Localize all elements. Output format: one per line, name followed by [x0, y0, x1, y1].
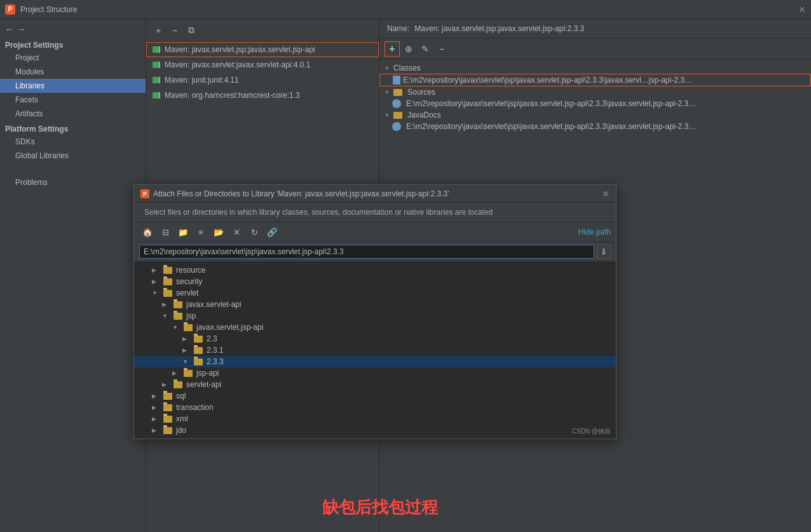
dtree-transaction-label: transaction: [176, 403, 214, 412]
classes-chevron: ▼: [385, 65, 391, 71]
dtree-sql[interactable]: ▶ sql: [134, 390, 616, 402]
dtree-javax-servlet-jsp-api-chevron: ▼: [172, 324, 180, 331]
sidebar-item-problems[interactable]: Problems: [0, 175, 146, 189]
library-item-3[interactable]: Maven: org.hamcrest:hamcrest-core:1.3: [146, 88, 379, 103]
path-input-field[interactable]: [139, 245, 594, 259]
sidebar-item-facets[interactable]: Facets: [0, 93, 146, 107]
dialog-app-icon: P: [140, 189, 149, 198]
library-icon-2: [152, 76, 161, 85]
tree-javadocs-folder-icon: [393, 112, 402, 119]
project-settings-header: Project Settings: [0, 37, 146, 51]
dtree-2-3-3[interactable]: ▼ 2.3.3: [134, 356, 616, 367]
dtree-servlet-api-chevron: ▶: [162, 381, 170, 388]
dtree-resource[interactable]: ▶ resource: [134, 264, 616, 276]
window-close-button[interactable]: ✕: [798, 4, 806, 15]
dlg-link-button[interactable]: 🔗: [264, 225, 280, 239]
add-library-button[interactable]: +: [151, 24, 165, 38]
dtree-2-3-1[interactable]: ▶ 2.3.1: [134, 344, 616, 356]
dtree-servlet-api-label: servlet-api: [186, 380, 221, 389]
sidebar-item-global-libraries[interactable]: Global Libraries: [0, 149, 146, 163]
name-label: Name:: [387, 24, 409, 33]
library-name-3: Maven: org.hamcrest:hamcrest-core:1.3: [165, 91, 300, 100]
dtree-servlet[interactable]: ▼ servlet: [134, 287, 616, 299]
dialog-close-button[interactable]: ✕: [602, 189, 610, 199]
dtree-resource-icon: [163, 267, 172, 274]
sources-path-value: E:\m2\repository\javax\servlet\jsp\javax…: [406, 99, 696, 108]
right-toolbar: + ⊕ ✎ −: [379, 39, 811, 60]
dtree-2-3-3-icon: [194, 358, 203, 365]
sidebar-item-artifacts[interactable]: Artifacts: [0, 107, 146, 121]
tree-sources-path[interactable]: E:\m2\repository\javax\servlet\jsp\javax…: [379, 98, 811, 109]
dtree-2-3-1-chevron: ▶: [182, 347, 190, 353]
dtree-2-3-1-icon: [194, 347, 203, 354]
copy-library-button[interactable]: ⧉: [184, 24, 198, 38]
tree-classes-header: ▼ Classes: [379, 62, 811, 74]
right-edit-button[interactable]: ✎: [418, 41, 433, 57]
library-item-2[interactable]: Maven: junit:junit:4.11: [146, 72, 379, 88]
tree-sources-header: ▼ Sources: [379, 86, 811, 98]
right-add-type-button[interactable]: ⊕: [401, 41, 416, 57]
sidebar-item-modules[interactable]: Modules: [0, 65, 146, 79]
back-arrow[interactable]: ←: [5, 24, 14, 34]
right-add-button[interactable]: +: [385, 41, 400, 57]
dtree-jsp[interactable]: ▼ jsp: [134, 310, 616, 322]
library-icon-0: [152, 45, 161, 54]
dtree-2-3-3-chevron: ▼: [182, 358, 190, 365]
library-item-0[interactable]: Maven: javax.servlet.jsp:javax.servlet.j…: [146, 42, 379, 57]
hide-path-button[interactable]: Hide path: [578, 228, 611, 236]
sidebar-nav: ← → Project Settings Project Modules Lib…: [0, 19, 146, 192]
dtree-jsp-api[interactable]: ▶ jsp-api: [134, 367, 616, 379]
dtree-transaction[interactable]: ▶ transaction: [134, 402, 616, 413]
forward-arrow[interactable]: →: [17, 24, 25, 34]
dlg-sort-button[interactable]: ≡: [193, 225, 209, 239]
dlg-home-button[interactable]: 🏠: [139, 225, 156, 239]
dtree-servlet-api[interactable]: ▶ servlet-api: [134, 379, 616, 390]
dtree-javax-servlet-jsp-api[interactable]: ▼ javax.servlet.jsp-api: [134, 322, 616, 333]
dlg-collapse-button[interactable]: ⊟: [157, 225, 174, 239]
dtree-jdo[interactable]: ▶ jdo: [134, 425, 616, 436]
dtree-jsp-label: jsp: [186, 311, 196, 320]
dtree-servlet-api-icon: [174, 381, 182, 388]
tree-javadocs-path[interactable]: E:\m2\repository\javax\servlet\jsp\javax…: [379, 121, 811, 132]
dtree-jsp-chevron: ▼: [162, 313, 170, 319]
dtree-jsp-api-icon: [184, 370, 193, 377]
library-name-1: Maven: javax.servlet:javax.servlet-api:4…: [165, 60, 310, 69]
dtree-javax-servlet-api[interactable]: ▶ javax.servlet-api: [134, 299, 616, 310]
dialog-path-row: ⬇: [134, 242, 616, 262]
sidebar-item-sdks[interactable]: SDKs: [0, 135, 146, 149]
sidebar-item-project[interactable]: Project: [0, 51, 146, 65]
dlg-refresh-button[interactable]: ↻: [246, 225, 262, 239]
attach-files-dialog[interactable]: P Attach Files or Directories to Library…: [133, 184, 617, 439]
dlg-folder-button[interactable]: 📁: [175, 225, 191, 239]
dtree-javax-servlet-api-label: javax.servlet-api: [186, 300, 242, 309]
dialog-title: Attach Files or Directories to Library '…: [153, 189, 602, 198]
remove-library-button[interactable]: −: [168, 24, 182, 38]
javadocs-globe-icon: [392, 122, 401, 131]
dtree-sql-icon: [163, 393, 172, 400]
name-value: Maven: javax.servlet.jsp:javax.servlet.j…: [414, 24, 803, 33]
library-toolbar: + − ⧉: [146, 19, 379, 42]
tree-classes-path[interactable]: E:\m2\repository\javax\servlet\jsp\javax…: [379, 74, 811, 86]
library-icon-3: [152, 91, 161, 100]
path-download-button[interactable]: ⬇: [597, 245, 611, 259]
right-remove-button[interactable]: −: [434, 41, 449, 57]
dtree-2-3[interactable]: ▶ 2.3: [134, 333, 616, 344]
dtree-2-3-chevron: ▶: [182, 336, 190, 342]
sources-label: Sources: [407, 88, 435, 97]
dtree-xml[interactable]: ▶ xml: [134, 413, 616, 425]
dtree-jdo-icon: [163, 427, 172, 434]
dtree-xml-icon: [163, 416, 172, 423]
dialog-toolbar: 🏠 ⊟ 📁 ≡ 📂 ✕ ↻ 🔗 Hide path: [134, 222, 616, 242]
dlg-open-button[interactable]: 📂: [210, 225, 227, 239]
sidebar-item-libraries[interactable]: Libraries: [0, 79, 146, 93]
dtree-javax-servlet-jsp-api-label: javax.servlet.jsp-api: [196, 323, 263, 332]
dlg-delete-button[interactable]: ✕: [228, 225, 245, 239]
dtree-resource-label: resource: [176, 266, 206, 275]
library-item-1[interactable]: Maven: javax.servlet:javax.servlet-api:4…: [146, 57, 379, 72]
dtree-xml-label: xml: [176, 414, 188, 423]
dtree-security-icon: [163, 278, 172, 285]
platform-settings-header: Platform Settings: [0, 121, 146, 135]
dtree-2-3-icon: [194, 336, 203, 343]
dtree-jdo-chevron: ▶: [152, 427, 160, 433]
dtree-security[interactable]: ▶ security: [134, 276, 616, 287]
